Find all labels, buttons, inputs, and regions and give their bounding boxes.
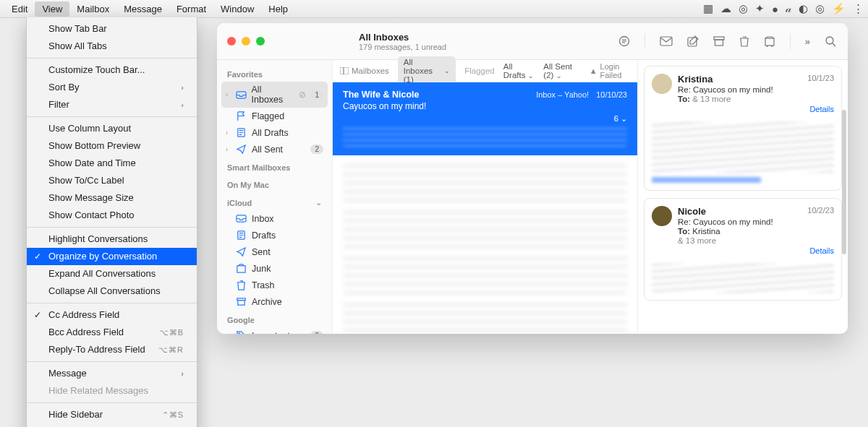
details-link[interactable]: Details xyxy=(652,246,834,255)
menu-item-customize-touch-bar[interactable]: Customize Touch Bar... xyxy=(27,61,197,79)
menu-view[interactable]: View xyxy=(35,1,69,17)
sidebar-section-google[interactable]: Google xyxy=(221,310,328,327)
menu-item-hide-sidebar[interactable]: Hide Sidebar⌃⌘S xyxy=(27,406,197,423)
tray-icon[interactable]: ⚡ xyxy=(832,2,846,15)
sidebar-item-all-drafts[interactable]: ›All Drafts xyxy=(221,124,328,141)
menu-item-show-tab-bar[interactable]: Show Tab Bar xyxy=(27,20,197,38)
tray-icon[interactable]: ◎ xyxy=(815,2,825,15)
menu-item-use-column-layout[interactable]: Use Column Layout xyxy=(27,120,197,137)
search-icon[interactable] xyxy=(825,35,836,47)
menu-separator xyxy=(27,361,197,362)
filter-sent[interactable]: All Sent (2) ⌄ xyxy=(543,62,580,79)
overflow-icon[interactable]: » xyxy=(805,36,810,47)
message-row-redacted[interactable] xyxy=(343,163,627,202)
menu-format[interactable]: Format xyxy=(169,1,213,17)
menu-item-highlight-conversations[interactable]: Highlight Conversations xyxy=(27,230,197,248)
sidebar-item-drafts[interactable]: Drafts xyxy=(221,227,328,243)
menu-item-sort-by[interactable]: Sort By› xyxy=(27,79,197,96)
sidebar-item-all-inboxes[interactable]: ›All Inboxes⊘1 xyxy=(221,82,328,108)
conversation-card[interactable]: Kristina 10/1/23 Re: Cayucos on my mind!… xyxy=(644,66,842,191)
svg-rect-15 xyxy=(340,67,344,74)
close-window-button[interactable] xyxy=(227,37,236,46)
menu-edit[interactable]: Edit xyxy=(4,1,35,17)
sidebar-item-label: All Drafts xyxy=(252,128,289,138)
menu-item-reply-to-address-field[interactable]: Reply-To Address Field⌥⌘R xyxy=(27,341,197,358)
tray-icon[interactable]: ✦ xyxy=(755,2,765,15)
sidebar-item-label: Trash xyxy=(252,280,275,290)
flag-icon xyxy=(236,111,247,121)
menu-item-organize-by-conversation[interactable]: ✓Organize by Conversation xyxy=(27,248,197,265)
menu-item-show-all-tabs[interactable]: Show All Tabs xyxy=(27,38,197,55)
menu-item-message[interactable]: Message› xyxy=(27,365,197,382)
filter-flagged[interactable]: Flagged xyxy=(464,66,495,75)
login-failed-indicator[interactable]: ▲ Login Failed xyxy=(590,62,630,79)
svg-rect-1 xyxy=(660,37,672,46)
zoom-window-button[interactable] xyxy=(256,37,265,46)
menu-mailbox[interactable]: Mailbox xyxy=(69,1,116,17)
sidebar-item-trash[interactable]: Trash xyxy=(221,277,328,293)
menu-item-expand-all-conversations[interactable]: Expand All Conversations xyxy=(27,265,197,282)
message-row-redacted[interactable] xyxy=(343,255,627,294)
menu-window[interactable]: Window xyxy=(213,1,261,17)
menu-message[interactable]: Message xyxy=(116,1,169,17)
menu-item-bcc-address-field[interactable]: Bcc Address Field⌥⌘B xyxy=(27,324,197,341)
menu-separator xyxy=(27,402,197,403)
menu-help[interactable]: Help xyxy=(261,1,295,17)
thread-count[interactable]: 6 ⌄ xyxy=(343,114,627,124)
card-subject: Re: Cayucos on my mind! xyxy=(678,85,834,94)
menu-item-collapse-all-conversations[interactable]: Collapse All Conversations xyxy=(27,282,197,300)
send-icon xyxy=(236,246,247,257)
filter-drafts[interactable]: All Drafts ⌄ xyxy=(503,62,535,79)
card-to-extra: & 13 more xyxy=(678,236,834,245)
card-to-label: To: xyxy=(678,227,690,236)
mailboxes-toggle[interactable]: Mailboxes xyxy=(340,66,389,75)
menu-item-show-bottom-preview[interactable]: Show Bottom Preview xyxy=(27,137,197,155)
archive-icon[interactable] xyxy=(713,35,725,47)
sidebar-item-all-sent[interactable]: ›All Sent2 xyxy=(221,141,328,158)
message-list[interactable]: The Wife & Nicole Inbox – Yahoo! 10/10/2… xyxy=(333,82,637,334)
sidebar-item-label: Archive xyxy=(252,297,282,307)
tray-icon[interactable]: ● xyxy=(772,3,778,15)
conversation-icon[interactable] xyxy=(618,35,630,47)
sidebar-item-important[interactable]: Important2 xyxy=(221,327,328,334)
tray-icon[interactable]: ◐ xyxy=(799,2,808,15)
message-subject: Cayucos on my mind! xyxy=(343,101,627,111)
message-row-redacted[interactable] xyxy=(343,209,627,248)
menu-item-show-contact-photo[interactable]: Show Contact Photo xyxy=(27,207,197,224)
archive-icon xyxy=(236,296,247,307)
menu-item-show-to-cc-label[interactable]: Show To/Cc Label xyxy=(27,172,197,189)
menu-item-show-message-size[interactable]: Show Message Size xyxy=(27,189,197,207)
sidebar-item-label: Important xyxy=(252,331,290,335)
tray-icon[interactable]: ▦ xyxy=(703,2,713,15)
conversation-card[interactable]: Nicole 10/2/23 Re: Cayucos on my mind! T… xyxy=(644,198,842,301)
junk-icon[interactable] xyxy=(764,35,775,47)
sidebar-item-archive[interactable]: Archive xyxy=(221,293,328,310)
mail-icon[interactable] xyxy=(660,36,673,46)
sidebar-section-icloud[interactable]: iCloud ⌄ xyxy=(221,192,328,210)
message-row-selected[interactable]: The Wife & Nicole Inbox – Yahoo! 10/10/2… xyxy=(333,82,637,155)
mail-window: All Inboxes 179 messages, 1 unread xyxy=(217,23,848,334)
scope-pill[interactable]: All Inboxes (1)⌄ xyxy=(398,56,456,85)
card-sender: Kristina xyxy=(678,74,712,85)
scrollbar[interactable] xyxy=(842,110,846,254)
menu-item-cc-address-field[interactable]: ✓Cc Address Field xyxy=(27,306,197,324)
trash-icon[interactable] xyxy=(739,35,749,47)
message-row-redacted[interactable] xyxy=(343,301,627,334)
tray-icon[interactable]: ◎ xyxy=(739,2,748,15)
sidebar-item-junk[interactable]: Junk xyxy=(221,260,328,277)
tray-icon[interactable]: ⋮ xyxy=(853,2,864,15)
message-account: Inbox – Yahoo! xyxy=(536,90,589,99)
sidebar-item-inbox[interactable]: Inbox xyxy=(221,210,328,227)
view-menu-dropdown[interactable]: Show Tab BarShow All TabsCustomize Touch… xyxy=(26,17,197,427)
minimize-window-button[interactable] xyxy=(242,37,250,46)
sidebar-item-sent[interactable]: Sent xyxy=(221,243,328,260)
svg-rect-5 xyxy=(765,38,774,46)
compose-icon[interactable] xyxy=(687,35,699,47)
sidebar-item-flagged[interactable]: Flagged xyxy=(221,108,328,124)
details-link[interactable]: Details xyxy=(652,105,834,113)
tray-icon[interactable]: 𝒶 xyxy=(786,2,791,15)
menu-item-show-date-and-time[interactable]: Show Date and Time xyxy=(27,155,197,172)
menu-item-filter[interactable]: Filter› xyxy=(27,96,197,113)
tray-icon[interactable]: ☁ xyxy=(720,2,731,15)
menu-item-hide-toolbar[interactable]: Hide Toolbar⌥⌘T xyxy=(27,423,197,427)
